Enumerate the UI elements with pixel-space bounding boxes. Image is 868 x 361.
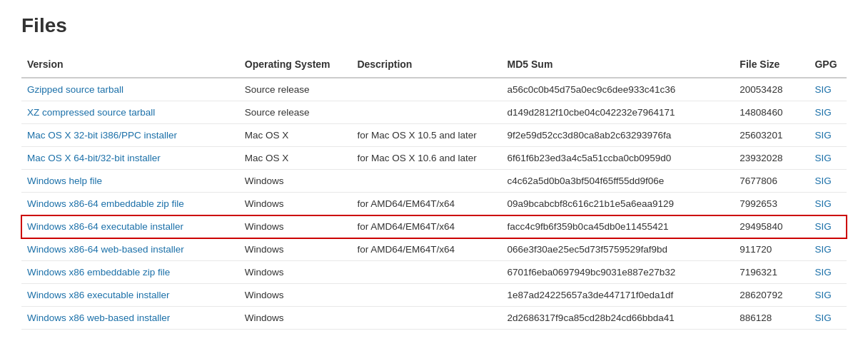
file-os: Mac OS X — [239, 147, 352, 170]
column-header-md5: MD5 Sum — [502, 51, 735, 78]
file-gpg-link[interactable]: SIG — [814, 221, 831, 232]
file-md5: d149d2812f10cbe04c042232e7964171 — [502, 101, 735, 124]
file-description — [351, 261, 501, 284]
file-os: Source release — [239, 78, 352, 101]
table-row: Windows x86-64 executable installerWindo… — [21, 215, 847, 238]
file-os: Windows — [239, 193, 352, 215]
file-gpg-link[interactable]: SIG — [814, 176, 831, 186]
file-version-link[interactable]: Windows x86-64 executable installer — [27, 221, 183, 232]
table-row: Windows x86 web-based installerWindows2d… — [21, 307, 847, 330]
file-size: 23932028 — [734, 147, 809, 170]
file-description — [351, 284, 501, 307]
file-md5: 2d2686317f9ca85cd28b24cd66bbda41 — [502, 307, 735, 330]
table-row: XZ compressed source tarballSource relea… — [21, 101, 847, 124]
file-size: 14808460 — [734, 101, 809, 124]
file-gpg-link[interactable]: SIG — [814, 153, 831, 163]
file-os: Source release — [239, 101, 352, 124]
page-title: Files — [21, 14, 847, 37]
file-md5: a56c0c0b45d75a0ec9c6dee933c41c36 — [502, 78, 735, 101]
file-gpg-link[interactable]: SIG — [814, 267, 831, 278]
file-gpg-link[interactable]: SIG — [814, 130, 831, 141]
file-description — [351, 78, 501, 101]
file-md5: 6f61f6b23ed3a4c5a51ccba0cb0959d0 — [502, 147, 735, 170]
file-description: for AMD64/EM64T/x64 — [351, 238, 501, 261]
file-size: 20053428 — [734, 78, 809, 101]
table-row: Mac OS X 32-bit i386/PPC installerMac OS… — [21, 124, 847, 147]
file-md5: 1e87ad24225657a3de447171f0eda1df — [502, 284, 735, 307]
file-md5: c4c62a5d0b0a3bf504f65ff55dd9f06e — [502, 170, 735, 193]
table-row: Windows x86-64 embeddable zip fileWindow… — [21, 193, 847, 215]
table-row: Mac OS X 64-bit/32-bit installerMac OS X… — [21, 147, 847, 170]
column-header-gpg: GPG — [809, 51, 847, 78]
file-os: Mac OS X — [239, 124, 352, 147]
file-gpg-link[interactable]: SIG — [814, 244, 831, 255]
file-gpg-link[interactable]: SIG — [814, 290, 831, 300]
file-version-link[interactable]: Mac OS X 32-bit i386/PPC installer — [27, 130, 177, 141]
file-description — [351, 307, 501, 330]
file-size: 911720 — [734, 238, 809, 261]
table-row: Windows x86 embeddable zip fileWindows67… — [21, 261, 847, 284]
file-size: 25603201 — [734, 124, 809, 147]
file-os: Windows — [239, 284, 352, 307]
file-md5: facc4c9fb6f359b0ca45db0e11455421 — [502, 215, 735, 238]
file-md5: 9f2e59d52cc3d80ca8ab2c63293976fa — [502, 124, 735, 147]
file-os: Windows — [239, 170, 352, 193]
file-gpg-link[interactable]: SIG — [814, 198, 831, 209]
file-os: Windows — [239, 307, 352, 330]
table-header-row: Version Operating System Description MD5… — [21, 51, 847, 78]
file-size: 7677806 — [734, 170, 809, 193]
file-md5: 09a9bcabcbf8c616c21b1e5a6eaa9129 — [502, 193, 735, 215]
file-version-link[interactable]: Windows x86 executable installer — [27, 290, 170, 300]
file-md5: 066e3f30ae25ec5d73f5759529faf9bd — [502, 238, 735, 261]
file-gpg-link[interactable]: SIG — [814, 84, 831, 95]
file-version-link[interactable]: Windows x86 embeddable zip file — [27, 267, 170, 278]
file-md5: 6701f6eba0697949bc9031e887e27b32 — [502, 261, 735, 284]
column-header-os: Operating System — [239, 51, 352, 78]
file-version-link[interactable]: Windows x86-64 web-based installer — [27, 244, 184, 255]
file-description: for AMD64/EM64T/x64 — [351, 215, 501, 238]
column-header-filesize: File Size — [734, 51, 809, 78]
file-description: for Mac OS X 10.6 and later — [351, 147, 501, 170]
file-description — [351, 170, 501, 193]
file-version-link[interactable]: Mac OS X 64-bit/32-bit installer — [27, 153, 161, 163]
file-gpg-link[interactable]: SIG — [814, 107, 831, 118]
file-version-link[interactable]: XZ compressed source tarball — [27, 107, 155, 118]
files-table: Version Operating System Description MD5… — [21, 51, 847, 330]
file-gpg-link[interactable]: SIG — [814, 312, 831, 323]
file-size: 28620792 — [734, 284, 809, 307]
file-description — [351, 101, 501, 124]
file-version-link[interactable]: Windows x86 web-based installer — [27, 312, 170, 323]
file-size: 7992653 — [734, 193, 809, 215]
file-version-link[interactable]: Windows x86-64 embeddable zip file — [27, 198, 184, 209]
table-row: Windows help fileWindowsc4c62a5d0b0a3bf5… — [21, 170, 847, 193]
file-os: Windows — [239, 238, 352, 261]
table-row: Windows x86-64 web-based installerWindow… — [21, 238, 847, 261]
table-row: Windows x86 executable installerWindows1… — [21, 284, 847, 307]
column-header-version: Version — [21, 51, 239, 78]
file-version-link[interactable]: Gzipped source tarball — [27, 84, 123, 95]
file-description: for AMD64/EM64T/x64 — [351, 193, 501, 215]
file-version-link[interactable]: Windows help file — [27, 176, 102, 186]
file-os: Windows — [239, 261, 352, 284]
file-os: Windows — [239, 215, 352, 238]
file-size: 886128 — [734, 307, 809, 330]
file-description: for Mac OS X 10.5 and later — [351, 124, 501, 147]
file-size: 7196321 — [734, 261, 809, 284]
file-size: 29495840 — [734, 215, 809, 238]
column-header-description: Description — [351, 51, 501, 78]
table-row: Gzipped source tarballSource releasea56c… — [21, 78, 847, 101]
